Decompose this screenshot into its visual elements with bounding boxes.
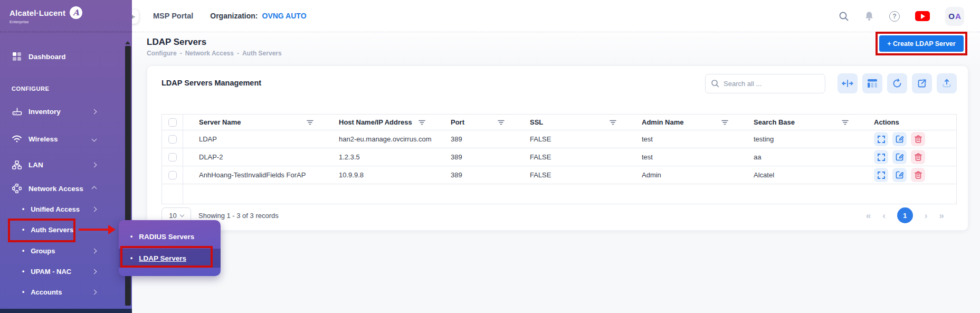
export-button[interactable] xyxy=(912,73,932,93)
filter-icon[interactable] xyxy=(307,120,313,125)
network-access-icon xyxy=(12,184,22,193)
annotation-arrow xyxy=(79,229,109,231)
cell-search-base: Alcatel xyxy=(738,171,858,179)
sidebar-item-label: Inventory xyxy=(28,108,61,116)
sidebar-item-upam-nac[interactable]: UPAM - NAC xyxy=(0,263,123,279)
edit-row-button[interactable] xyxy=(892,150,907,164)
columns-button[interactable] xyxy=(862,73,882,93)
topbar: MSP Portal Organization: OVNG AUTO ? O A xyxy=(132,0,980,32)
flyout-item-ldap-servers[interactable]: LDAP Servers xyxy=(119,249,221,268)
upload-icon xyxy=(942,79,952,88)
column-header[interactable]: Admin Name xyxy=(642,118,683,126)
youtube-icon[interactable] xyxy=(915,11,930,21)
breadcrumb-item[interactable]: Configure xyxy=(147,50,177,57)
auth-servers-flyout-menu: RADIUS Servers LDAP Servers xyxy=(119,220,221,276)
sidebar-item-label: Network Access xyxy=(28,185,83,193)
cell-admin: test xyxy=(626,153,738,161)
row-checkbox[interactable] xyxy=(168,153,177,162)
breadcrumb-item[interactable]: Auth Servers xyxy=(242,50,282,57)
avatar-letter: A xyxy=(955,12,961,21)
delete-row-button[interactable] xyxy=(911,168,925,182)
sidebar-item-groups[interactable]: Groups xyxy=(0,243,123,259)
columns-icon xyxy=(868,79,877,88)
delete-icon xyxy=(915,135,922,143)
flyout-item-label: LDAP Servers xyxy=(139,254,186,262)
scrollbar-up-arrow-icon[interactable] xyxy=(125,41,130,44)
next-page-button[interactable]: › xyxy=(925,211,928,220)
table-row: AnhHoang-TestInvalidFields ForAP 10.9.9.… xyxy=(162,166,956,184)
help-icon[interactable]: ? xyxy=(889,11,900,22)
prev-page-button[interactable]: ‹ xyxy=(882,211,886,220)
organization-value[interactable]: OVNG AUTO xyxy=(262,12,307,20)
create-ldap-server-button[interactable]: + Create LDAP Server xyxy=(879,35,964,52)
filter-icon[interactable] xyxy=(721,120,728,125)
panel-title: LDAP Servers Management xyxy=(161,79,261,87)
last-page-button[interactable]: » xyxy=(939,211,944,220)
cell-port: 389 xyxy=(435,135,514,143)
edit-row-button[interactable] xyxy=(892,132,907,146)
sidebar-item-label: Unified Access xyxy=(31,205,80,213)
brand-mark-icon: A xyxy=(70,6,82,19)
filter-icon[interactable] xyxy=(842,120,849,125)
cell-host: 10.9.9.8 xyxy=(323,171,435,179)
column-header[interactable]: Search Base xyxy=(754,118,795,126)
cell-admin: test xyxy=(626,135,738,143)
search-icon[interactable] xyxy=(839,11,849,22)
sidebar-item-lan[interactable]: LAN xyxy=(0,156,123,174)
sidebar-item-label: Accounts xyxy=(31,288,62,296)
select-all-checkbox[interactable] xyxy=(168,118,177,127)
expand-row-button[interactable] xyxy=(874,150,888,164)
delete-row-button[interactable] xyxy=(911,150,925,164)
user-avatar[interactable]: O A xyxy=(945,7,964,26)
sidebar: Alcatel·Lucent A Enterprise Dashboard CO… xyxy=(0,0,132,313)
filter-icon[interactable] xyxy=(610,120,616,125)
portal-title: MSP Portal xyxy=(153,12,193,20)
cell-server-name: DLAP-2 xyxy=(183,153,323,161)
breadcrumb-item[interactable]: Network Access xyxy=(185,50,234,57)
column-header[interactable]: Server Name xyxy=(199,118,241,126)
refresh-icon xyxy=(892,79,902,88)
sidebar-item-label: Wireless xyxy=(28,135,58,143)
sidebar-item-accounts[interactable]: Accounts xyxy=(0,284,123,300)
wireless-icon xyxy=(12,135,22,143)
row-checkbox[interactable] xyxy=(168,135,177,144)
sidebar-item-label: UPAM - NAC xyxy=(31,268,71,276)
flyout-item-radius-servers[interactable]: RADIUS Servers xyxy=(119,229,221,244)
sidebar-item-wireless[interactable]: Wireless xyxy=(0,130,123,148)
fit-columns-icon xyxy=(842,80,853,87)
refresh-button[interactable] xyxy=(887,73,907,93)
cell-ssl: FALSE xyxy=(514,153,626,161)
cell-search-base: aa xyxy=(738,153,858,161)
search-input[interactable] xyxy=(724,80,819,88)
notifications-bell-icon[interactable] xyxy=(864,11,874,21)
sidebar-item-network-access[interactable]: Network Access xyxy=(0,179,123,197)
annotation-arrow-head-icon xyxy=(108,225,116,234)
chevron-right-icon xyxy=(92,269,97,274)
chevron-right-icon xyxy=(92,206,97,212)
edit-row-button[interactable] xyxy=(892,168,907,182)
column-header[interactable]: Port xyxy=(451,118,464,126)
sidebar-item-dashboard[interactable]: Dashboard xyxy=(0,48,123,65)
delete-row-button[interactable] xyxy=(911,132,925,146)
filter-icon[interactable] xyxy=(498,120,505,125)
cell-host: han2-eu.manage.ovcirrus.com xyxy=(323,135,435,143)
current-page-button[interactable]: 1 xyxy=(897,207,913,223)
table-empty-row xyxy=(162,184,956,204)
breadcrumb: Configure-Network Access-Auth Servers xyxy=(147,50,282,57)
sidebar-item-label: Groups xyxy=(31,247,55,255)
upload-button[interactable] xyxy=(937,73,957,93)
column-header[interactable]: SSL xyxy=(530,118,543,126)
expand-icon xyxy=(878,172,885,179)
dashboard-icon xyxy=(12,52,22,61)
column-header[interactable]: Host Name/IP Address xyxy=(339,118,412,126)
table-header-row: Server Name Host Name/IP Address Port SS… xyxy=(162,115,956,130)
expand-row-button[interactable] xyxy=(874,168,888,182)
filter-icon[interactable] xyxy=(418,120,425,125)
breadcrumb-separator: - xyxy=(180,50,182,57)
sidebar-item-inventory[interactable]: Inventory xyxy=(0,102,123,120)
row-checkbox[interactable] xyxy=(168,171,177,179)
fit-columns-button[interactable] xyxy=(838,73,858,93)
expand-row-button[interactable] xyxy=(874,132,888,146)
sidebar-item-unified-access[interactable]: Unified Access xyxy=(0,201,123,217)
first-page-button[interactable]: « xyxy=(866,211,871,220)
